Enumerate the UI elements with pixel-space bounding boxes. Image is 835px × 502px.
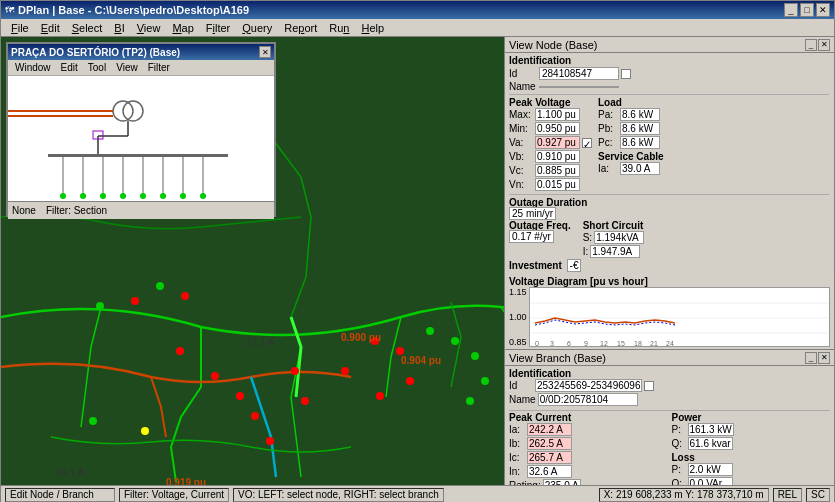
vc-value: 0.885 pu <box>535 164 580 177</box>
node-load-col: Load Pa: 8.6 kW Pb: 8.6 kW <box>598 97 664 192</box>
vb-row: Vb: 0.910 pu <box>509 150 592 163</box>
maximize-button[interactable]: □ <box>800 3 814 17</box>
p-power-label: P: <box>672 424 686 435</box>
menu-run[interactable]: Run <box>323 21 355 35</box>
ia-branch-label: Ia: <box>509 424 525 435</box>
short-circuit-col: Short Circuit S: 1.194kVA I: 1.947.9A <box>583 220 644 259</box>
sc-s-label: S: <box>583 232 592 243</box>
in-branch-value: 32.6 A <box>527 465 572 478</box>
peak-voltage-header: Peak Voltage <box>509 97 592 108</box>
menu-file[interactable]: File <box>5 21 35 35</box>
pc-row: Pc: 8.6 kW <box>598 136 664 149</box>
sc-s-value: 1.194kVA <box>594 231 644 244</box>
menu-map[interactable]: Map <box>166 21 199 35</box>
dot-red-9 <box>341 367 349 375</box>
svg-point-21 <box>140 193 146 199</box>
node-minimize[interactable]: _ <box>805 39 817 51</box>
svg-point-17 <box>60 193 66 199</box>
praca-menu-tool[interactable]: Tool <box>83 62 111 73</box>
map-label-pu: 0.919 pu <box>166 477 206 485</box>
menu-edit[interactable]: Edit <box>35 21 66 35</box>
menu-bi[interactable]: BI <box>108 21 130 35</box>
map-label-voltage-2: 0.904 pu <box>401 355 441 366</box>
menu-filter[interactable]: Filter <box>200 21 236 35</box>
map-area[interactable]: 0.900 pu 0.904 pu 27.1 A 64.1 A 0.919 pu… <box>1 37 504 485</box>
map-label-voltage-1: 0.900 pu <box>341 332 381 343</box>
voltage-y-max: 1.15 <box>509 287 527 297</box>
voltage-y-axis: 1.15 1.00 0.85 <box>509 287 527 347</box>
ic-branch-label: Ic: <box>509 452 525 463</box>
menu-bar: File Edit Select BI View Map Filter Quer… <box>1 19 834 37</box>
praca-menu-filter[interactable]: Filter <box>143 62 175 73</box>
va-value: 0.927 pu <box>535 136 580 149</box>
status-rel-text: REL <box>778 489 797 500</box>
menu-select[interactable]: Select <box>66 21 109 35</box>
ia-branch-value: 242.2 A <box>527 423 572 436</box>
menu-report[interactable]: Report <box>278 21 323 35</box>
pa-row: Pa: 8.6 kW <box>598 108 664 121</box>
node-close[interactable]: ✕ <box>818 39 830 51</box>
dot-red-11 <box>396 347 404 355</box>
peak-current-header: Peak Current <box>509 412 668 423</box>
view-node-title-text: View Node (Base) <box>509 39 597 51</box>
menu-query[interactable]: Query <box>236 21 278 35</box>
vn-row: Vn: 0.015 pu <box>509 178 592 191</box>
praca-menu-edit[interactable]: Edit <box>56 62 83 73</box>
dot-green-3 <box>426 327 434 335</box>
vc-label: Vc: <box>509 165 533 176</box>
branch-id-checkbox[interactable] <box>644 381 654 391</box>
dot-red-14 <box>131 297 139 305</box>
branch-identification: Identification Id 253245569-253496096 Na… <box>505 366 834 409</box>
praca-menu-view[interactable]: View <box>111 62 143 73</box>
rating-branch-row: Rating: 235.0 A <box>509 479 668 485</box>
praca-menu-window[interactable]: Window <box>10 62 56 73</box>
app-window: 🗺 DPlan | Base - C:\Users\pedro\Desktop\… <box>0 0 835 502</box>
sc-i-row: I: 1.947.9A <box>583 245 644 258</box>
menu-view[interactable]: View <box>131 21 167 35</box>
voltage-diagram-section: Voltage Diagram [pu vs hour] 1.15 1.00 0… <box>505 274 834 349</box>
minimize-button[interactable]: _ <box>784 3 798 17</box>
node-id-checkbox[interactable] <box>621 69 631 79</box>
branch-minimize[interactable]: _ <box>805 352 817 364</box>
svg-text:15: 15 <box>617 340 625 346</box>
dot-red-12 <box>406 377 414 385</box>
svg-point-18 <box>80 193 86 199</box>
dot-red-5 <box>251 412 259 420</box>
menu-help[interactable]: Help <box>355 21 390 35</box>
status-sc: SC <box>806 488 830 502</box>
branch-name-label: Name <box>509 394 536 405</box>
praca-menu: Window Edit Tool View Filter <box>8 60 274 76</box>
status-rel: REL <box>773 488 802 502</box>
status-coords-text: X: 219 608,233 m Y: 178 373,710 m <box>604 489 764 500</box>
vn-value: 0.015 pu <box>535 178 580 191</box>
va-checkbox[interactable]: ✓ <box>582 138 592 148</box>
svg-text:24: 24 <box>666 340 674 346</box>
dot-green-1 <box>96 302 104 310</box>
vmin-label: Min: <box>509 123 533 134</box>
branch-peak-current-col: Peak Current Ia: 242.2 A Ib: 262.5 A Ic:… <box>509 412 668 485</box>
svg-point-23 <box>180 193 186 199</box>
praca-close-button[interactable]: ✕ <box>259 46 271 58</box>
ic-branch-value: 265.7 A <box>527 451 572 464</box>
branch-name-row: Name 0/0D:20578104 <box>509 393 830 406</box>
branch-middle-section: Peak Current Ia: 242.2 A Ib: 262.5 A Ic:… <box>505 412 834 485</box>
dot-green-2 <box>156 282 164 290</box>
status-bar: Edit Node / Branch Filter: Voltage, Curr… <box>1 485 834 502</box>
ib-branch-value: 262.5 A <box>527 437 572 450</box>
svg-text:0: 0 <box>535 340 539 346</box>
pb-value: 8.6 kW <box>620 122 660 135</box>
ia-node-value: 39.0 A <box>620 162 660 175</box>
branch-close[interactable]: ✕ <box>818 352 830 364</box>
status-sc-text: SC <box>811 489 825 500</box>
outage-row: Outage Duration 25 min/yr <box>509 197 829 219</box>
window-controls: _ □ ✕ <box>784 3 830 17</box>
outage-freq-col: Outage Freq. 0.17 #/yr <box>509 220 571 259</box>
branch-divider-1 <box>509 410 830 411</box>
service-cable-header: Service Cable <box>598 151 664 162</box>
pc-value: 8.6 kW <box>620 136 660 149</box>
vmax-value: 1.100 pu <box>535 108 580 121</box>
close-button[interactable]: ✕ <box>816 3 830 17</box>
vmin-value: 0.950 pu <box>535 122 580 135</box>
node-left: Identification Id 284108547 Name <box>505 53 834 274</box>
map-label-current-1: 27.1 A <box>246 337 274 348</box>
